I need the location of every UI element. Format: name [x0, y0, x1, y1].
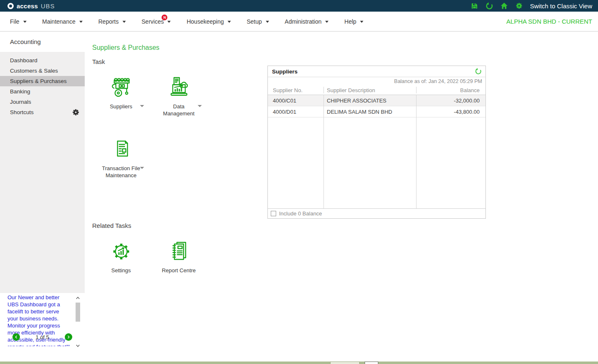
suppliers-table-body: 4000/C01 CHIPHER ASSOCIATES -32,000.00 4…	[268, 95, 485, 208]
sidebar: Accounting Dashboard Customers & Sales S…	[0, 32, 85, 362]
menu-help[interactable]: Help	[344, 18, 363, 25]
sidebar-nav: Dashboard Customers & Sales Suppliers & …	[0, 52, 85, 293]
home-icon	[500, 2, 508, 10]
menu-administration[interactable]: Administration	[285, 18, 329, 25]
app-window: access UBS	[0, 0, 598, 364]
supplier-cart-icon	[108, 74, 135, 101]
chevron-down-icon	[228, 21, 231, 23]
services-new-badge: N	[162, 15, 167, 20]
suppliers-panel-footer: Include 0 Balance	[268, 208, 485, 218]
data-management-dropdown-arrow[interactable]	[198, 105, 202, 107]
menu-housekeeping[interactable]: Housekeeping	[186, 18, 231, 25]
table-row[interactable]: 4000/D01 DELIMA SALAM SDN BHD -43,800.00	[268, 106, 485, 117]
switch-to-classic-view-button[interactable]: Switch to Classic View	[530, 2, 592, 10]
access-ring-icon	[7, 3, 14, 9]
column-divider	[324, 95, 324, 208]
menu-file-label: File	[10, 18, 20, 25]
chevron-down-icon	[360, 21, 363, 23]
next-page-button[interactable]	[65, 333, 72, 341]
scroll-up-icon[interactable]	[74, 295, 81, 301]
scrollbar-thumb[interactable]	[76, 303, 80, 322]
column-supplier-description[interactable]: Supplier Description	[324, 87, 416, 93]
menu-maintenance-label: Maintenance	[42, 18, 76, 25]
gear-icon	[515, 2, 523, 10]
task-transaction-file-tile[interactable]: Transaction File Maintenance	[92, 131, 150, 179]
column-divider	[416, 87, 417, 93]
previous-page-button[interactable]	[12, 333, 20, 341]
sidebar-item-banking[interactable]: Banking	[0, 86, 85, 97]
task-section-label: Task	[92, 58, 598, 65]
cell-balance: -43,800.00	[416, 109, 483, 115]
chevron-down-icon	[23, 21, 27, 23]
column-supplier-no[interactable]: Supplier No.	[268, 87, 324, 93]
report-centre-icon	[166, 238, 192, 265]
suppliers-panel-title: Suppliers	[272, 68, 298, 75]
settings-button[interactable]	[515, 2, 523, 10]
related-report-centre-label: Report Centre	[157, 267, 201, 274]
related-report-centre-tile[interactable]: Report Centre	[150, 233, 208, 274]
include-zero-balance-label: Include 0 Balance	[279, 210, 322, 217]
background-window-fragment	[365, 362, 378, 364]
sidebar-item-shortcuts[interactable]: Shortcuts	[0, 107, 85, 117]
cell-supplier-no: 4000/D01	[268, 109, 324, 115]
menu-file[interactable]: File	[10, 18, 27, 25]
cell-supplier-no: 4000/C01	[268, 98, 324, 104]
cell-balance: -32,000.00	[416, 98, 483, 104]
sidebar-item-suppliers-purchases[interactable]: Suppliers & Purchases	[0, 76, 85, 86]
scroll-down-icon[interactable]	[74, 342, 81, 349]
transaction-file-icon	[108, 136, 135, 163]
home-button[interactable]	[500, 2, 508, 10]
menu-housekeeping-label: Housekeeping	[186, 18, 224, 25]
chevron-down-icon	[266, 21, 269, 23]
page-title: Suppliers & Purchases	[92, 44, 598, 51]
sidebar-item-journals[interactable]: Journals	[0, 97, 85, 107]
sidebar-item-dashboard[interactable]: Dashboard	[0, 55, 85, 66]
menu-reports-label: Reports	[98, 18, 119, 25]
logo-access-text: access	[17, 2, 38, 10]
include-zero-balance-checkbox[interactable]	[271, 211, 276, 216]
suppliers-dropdown-arrow[interactable]	[140, 105, 144, 107]
balance-as-of-label: Balance as of: Jan 24, 2022 05:29 PM	[268, 77, 485, 86]
menu-maintenance[interactable]: Maintenance	[42, 18, 83, 25]
task-suppliers-tile[interactable]: Suppliers	[92, 69, 150, 117]
column-divider	[416, 95, 417, 208]
settings-gear-chart-icon	[108, 238, 135, 265]
page-count-label: 1 of 5	[36, 334, 49, 340]
save-button[interactable]	[470, 2, 478, 10]
chevron-down-icon	[123, 21, 126, 23]
task-suppliers-label: Suppliers	[100, 103, 143, 110]
refresh-icon[interactable]	[475, 68, 482, 75]
cell-supplier-description: CHIPHER ASSOCIATES	[324, 98, 416, 104]
suppliers-panel-header: Suppliers	[268, 66, 485, 77]
menu-reports[interactable]: Reports	[98, 18, 126, 25]
menu-setup-label: Setup	[247, 18, 262, 25]
company-name-label: ALPHA SDN BHD - CURRENT	[506, 18, 593, 25]
table-row[interactable]: 4000/C01 CHIPHER ASSOCIATES -32,000.00	[268, 95, 485, 106]
logo-ubs-text: UBS	[41, 2, 55, 10]
menu-services[interactable]: Services N	[142, 18, 171, 25]
related-settings-label: Settings	[100, 267, 143, 274]
menu-setup[interactable]: Setup	[247, 18, 269, 25]
task-data-management-tile[interactable]: Data Management	[150, 69, 208, 117]
column-balance[interactable]: Balance	[416, 87, 483, 93]
topbar-actions: Switch to Classic View	[470, 2, 592, 10]
menu-services-label: Services	[142, 18, 164, 25]
sidebar-section-title: Accounting	[0, 32, 85, 45]
sidebar-item-customers-sales[interactable]: Customers & Sales	[0, 66, 85, 76]
refresh-icon	[485, 2, 493, 10]
suppliers-panel: Suppliers Balance as of: Jan 24, 2022 05…	[267, 66, 486, 219]
gear-icon[interactable]	[72, 108, 80, 116]
transaction-file-dropdown-arrow[interactable]	[140, 167, 144, 169]
topbar: access UBS	[0, 0, 598, 12]
promo-pagination: 1 of 5	[0, 333, 85, 341]
chevron-down-icon	[79, 21, 83, 23]
related-settings-tile[interactable]: Settings	[92, 233, 150, 274]
dashboard-promo-panel: Our Newer and better UBS Dashboard got a…	[0, 294, 85, 346]
save-icon	[471, 2, 478, 10]
cell-supplier-description: DELIMA SALAM SDN BHD	[324, 109, 416, 115]
column-divider	[324, 87, 324, 93]
menu-administration-label: Administration	[285, 18, 322, 25]
refresh-button[interactable]	[485, 2, 493, 10]
access-ubs-logo: access UBS	[7, 2, 55, 10]
menu-items: File Maintenance Reports Services N Hous…	[10, 18, 363, 25]
